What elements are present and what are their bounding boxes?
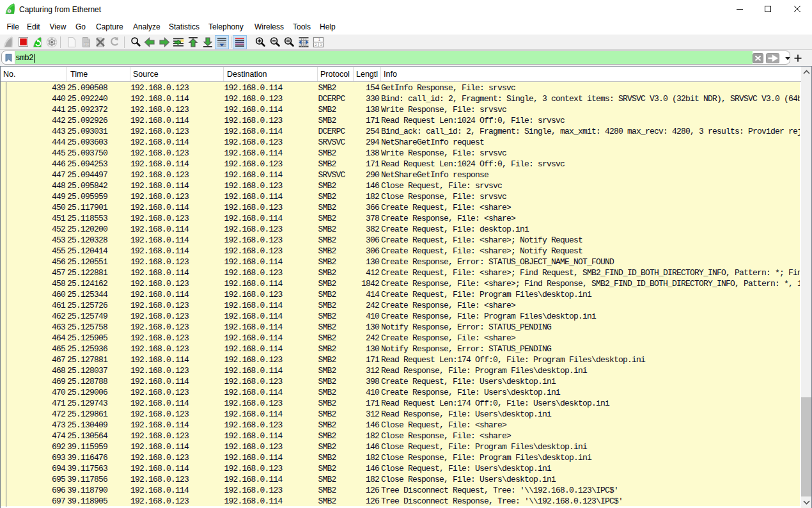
svg-text:010: 010 bbox=[84, 43, 89, 46]
